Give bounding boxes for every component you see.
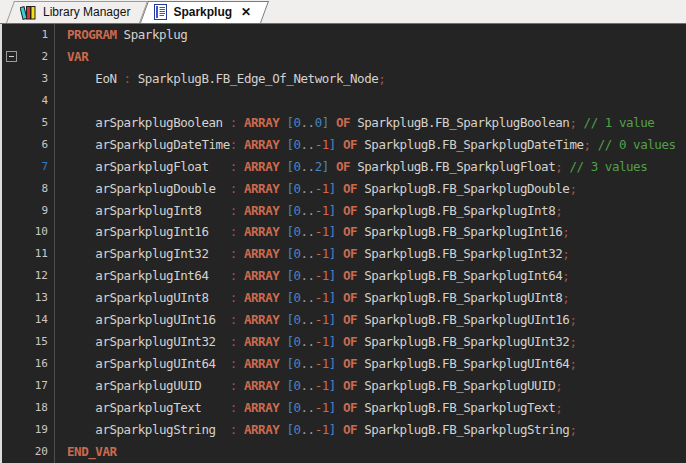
line-number: 12 [20, 265, 48, 287]
line-number: 14 [20, 309, 48, 331]
editor-tab-bar: Library Manager Sparkplug ✕ [0, 0, 686, 24]
fold-margin-row [2, 353, 20, 375]
code-line: arSparkplugUInt32 : ARRAY [0..-1] OF Spa… [67, 331, 686, 353]
close-icon[interactable]: ✕ [241, 6, 251, 18]
code-line: arSparkplugDateTime: ARRAY [0..-1] OF Sp… [67, 134, 686, 156]
code-line: arSparkplugInt16 : ARRAY [0..-1] OF Spar… [67, 221, 686, 243]
fold-margin-row [2, 134, 20, 156]
fold-margin-row [2, 221, 20, 243]
line-number: 15 [20, 331, 48, 353]
line-number: 17 [20, 375, 48, 397]
code-line: arSparkplugUUID : ARRAY [0..-1] OF Spark… [67, 375, 686, 397]
fold-margin-row [2, 265, 20, 287]
line-number: 10 [20, 221, 48, 243]
fold-margin-row [2, 419, 20, 441]
fold-collapse-icon[interactable] [6, 51, 17, 62]
code-line: arSparkplugUInt64 : ARRAY [0..-1] OF Spa… [67, 353, 686, 375]
code-line: VAR [67, 46, 686, 68]
fold-margin-row [2, 46, 20, 68]
line-number: 7 [20, 156, 48, 178]
fold-margin-row [2, 441, 20, 463]
line-number: 6 [20, 134, 48, 156]
code-line: arSparkplugFloat : ARRAY [0..2] OF Spark… [67, 156, 686, 178]
line-number: 9 [20, 200, 48, 222]
tab-sparkplug[interactable]: Sparkplug ✕ [144, 1, 265, 23]
line-number: 20 [20, 441, 48, 463]
fold-margin-row [2, 68, 20, 90]
line-number: 3 [20, 68, 48, 90]
line-number: 2 [20, 46, 48, 68]
line-number: 16 [20, 353, 48, 375]
line-number: 1 [20, 24, 48, 46]
code-line: arSparkplugText : ARRAY [0..-1] OF Spark… [67, 397, 686, 419]
code-line: arSparkplugUInt8 : ARRAY [0..-1] OF Spar… [67, 287, 686, 309]
code-line: END_VAR [67, 441, 686, 463]
line-number: 19 [20, 419, 48, 441]
fold-margin [2, 24, 20, 463]
line-number: 5 [20, 112, 48, 134]
fold-margin-row [2, 397, 20, 419]
code-editor[interactable]: 1234567891011121314151617181920 PROGRAM … [0, 24, 686, 463]
fold-margin-row [2, 309, 20, 331]
fold-margin-row [2, 375, 20, 397]
line-number: 18 [20, 397, 48, 419]
line-number-gutter: 1234567891011121314151617181920 [20, 24, 54, 463]
code-line: arSparkplugInt64 : ARRAY [0..-1] OF Spar… [67, 265, 686, 287]
fold-margin-row [2, 287, 20, 309]
code-line: arSparkplugDouble : ARRAY [0..-1] OF Spa… [67, 178, 686, 200]
code-line: arSparkplugBoolean : ARRAY [0..0] OF Spa… [67, 112, 686, 134]
line-number: 4 [20, 90, 48, 112]
fold-margin-row [2, 243, 20, 265]
code-area[interactable]: PROGRAM SparkplugVAR EoN : SparkplugB.FB… [55, 24, 686, 463]
fold-margin-row [2, 112, 20, 134]
line-number: 11 [20, 243, 48, 265]
fold-margin-row [2, 178, 20, 200]
fold-margin-row [2, 24, 20, 46]
fold-margin-row [2, 156, 20, 178]
editor-window: Library Manager Sparkplug ✕ 123456789101… [0, 0, 686, 463]
code-line: EoN : SparkplugB.FB_Edge_Of_Network_Node… [67, 68, 686, 90]
code-line [67, 90, 686, 112]
code-line: arSparkplugInt32 : ARRAY [0..-1] OF Spar… [67, 243, 686, 265]
library-books-icon [20, 4, 37, 20]
tab-library-manager[interactable]: Library Manager [10, 1, 144, 23]
code-line: arSparkplugInt8 : ARRAY [0..-1] OF Spark… [67, 200, 686, 222]
tab-label: Library Manager [43, 5, 130, 19]
code-line: arSparkplugString : ARRAY [0..-1] OF Spa… [67, 419, 686, 441]
code-line: arSparkplugUInt16 : ARRAY [0..-1] OF Spa… [67, 309, 686, 331]
fold-margin-row [2, 331, 20, 353]
tab-label: Sparkplug [173, 5, 232, 19]
fold-margin-row [2, 200, 20, 222]
document-icon [154, 4, 167, 20]
line-number: 8 [20, 178, 48, 200]
line-number: 13 [20, 287, 48, 309]
code-line: PROGRAM Sparkplug [67, 24, 686, 46]
fold-margin-row [2, 90, 20, 112]
